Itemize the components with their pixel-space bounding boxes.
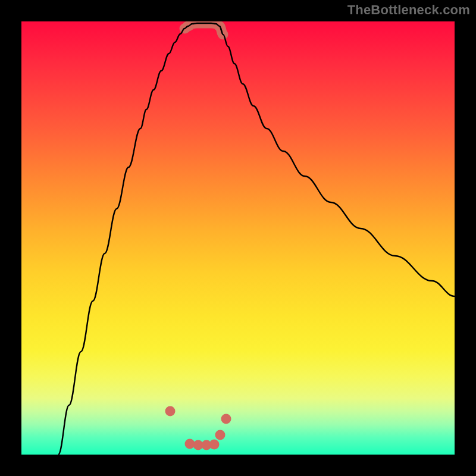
left-curve bbox=[58, 23, 223, 455]
marker-dot bbox=[165, 406, 176, 416]
outer-frame: TheBottleneck.com bbox=[0, 0, 476, 476]
plot-area bbox=[21, 21, 455, 455]
right-curve bbox=[220, 26, 455, 296]
watermark-text: TheBottleneck.com bbox=[347, 2, 470, 18]
marker-dot bbox=[221, 414, 231, 424]
marker-dot bbox=[209, 440, 220, 450]
curves-layer bbox=[21, 21, 455, 455]
marker-dot bbox=[215, 430, 226, 440]
marker-dots bbox=[165, 406, 231, 450]
